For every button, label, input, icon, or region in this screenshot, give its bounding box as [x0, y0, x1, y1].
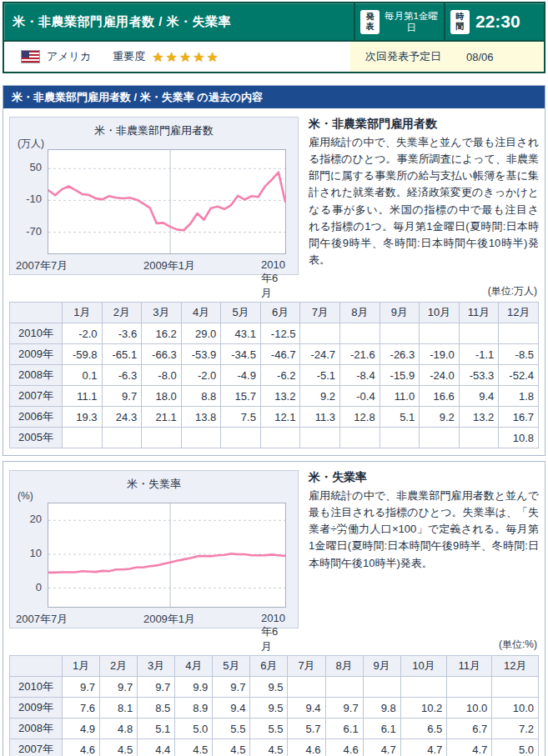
y-tick-label: 10: [30, 547, 42, 559]
year-cell: 2006年: [10, 407, 63, 428]
month-column-header: 12月: [499, 303, 539, 323]
payrolls-section: 米・非農業部門雇用者数 / 米・失業率 の過去の内容 米・非農業部門雇用者数 (…: [3, 85, 545, 456]
description-title: 米・失業率: [309, 470, 539, 485]
value-cell: 6.7: [447, 718, 492, 739]
month-column-header: 3月: [142, 303, 182, 323]
payrolls-description: 米・非農業部門雇用者数 雇用統計の中で、失業率と並んで最も注目される指標のひとつ…: [309, 117, 539, 268]
value-cell: -24.0: [420, 365, 460, 386]
month-column-header: 4月: [175, 656, 213, 677]
value-cell: 4.6: [63, 739, 100, 756]
value-cell: 9.7: [102, 386, 142, 407]
month-column-header: 12月: [492, 656, 539, 677]
value-cell: 8.5: [138, 698, 175, 718]
value-cell: 9.2: [300, 386, 340, 407]
value-cell: [492, 677, 539, 698]
y-tick-label: 0: [36, 581, 42, 593]
importance-stars: ★★★★★: [152, 49, 220, 65]
year-cell: 2007年: [10, 739, 63, 756]
value-cell: 5.0: [492, 739, 539, 756]
value-cell: -46.7: [260, 344, 300, 365]
value-cell: [400, 677, 447, 698]
month-column-header: 2月: [102, 303, 142, 323]
value-cell: [340, 428, 380, 448]
value-cell: -26.3: [380, 344, 420, 365]
month-column-header: 6月: [260, 303, 300, 323]
table-row: 2009年-59.8-65.1-66.3-53.9-34.5-46.7-24.7…: [10, 344, 539, 365]
value-cell: 43.1: [221, 323, 261, 344]
value-cell: [459, 323, 499, 344]
value-cell: 6.1: [363, 718, 400, 739]
value-cell: 9.7: [325, 698, 363, 718]
value-cell: -19.0: [420, 344, 460, 365]
value-cell: 5.5: [250, 718, 288, 739]
table-row: 2006年19.324.321.113.87.512.111.312.85.19…: [10, 407, 539, 428]
value-cell: 11.3: [300, 407, 340, 428]
value-cell: 4.7: [447, 739, 492, 756]
value-cell: -8.0: [142, 365, 182, 386]
table-row: 2007年4.64.54.44.54.54.54.64.64.74.74.75.…: [10, 739, 539, 756]
value-cell: 5.0: [175, 718, 213, 739]
value-cell: [340, 323, 380, 344]
value-cell: 11.0: [380, 386, 420, 407]
value-cell: [499, 323, 539, 344]
year-cell: 2009年: [10, 698, 63, 718]
indicator-header-card: 米・非農業部門雇用者数 / 米・失業率 発表 毎月第1金曜日 時間 22:30 …: [3, 2, 545, 73]
month-column-header: 8月: [325, 656, 363, 677]
month-column-header: 1月: [63, 303, 103, 323]
table-header-row: 1月2月3月4月5月6月7月8月9月10月11月12月: [10, 656, 539, 677]
value-cell: -12.5: [260, 323, 300, 344]
value-cell: -53.9: [181, 344, 221, 365]
value-cell: 21.1: [142, 407, 182, 428]
value-cell: 8.8: [181, 386, 221, 407]
chart-title: 米・失業率: [10, 477, 298, 492]
value-cell: 9.2: [420, 407, 460, 428]
value-cell: 5.1: [138, 718, 175, 739]
value-cell: [420, 428, 460, 448]
release-time: 22:30: [475, 12, 520, 32]
value-cell: 5.7: [288, 718, 325, 739]
value-cell: 4.6: [325, 739, 363, 756]
release-schedule: 毎月第1金曜日: [384, 10, 439, 34]
value-cell: 10.0: [447, 698, 492, 718]
value-cell: 4.6: [288, 739, 325, 756]
value-cell: [63, 428, 103, 448]
value-cell: [325, 677, 363, 698]
value-cell: 4.5: [100, 739, 138, 756]
next-release-section: 次回発表予定日 08/06: [350, 42, 544, 72]
value-cell: 4.5: [175, 739, 213, 756]
value-cell: 9.9: [175, 677, 213, 698]
value-cell: [447, 677, 492, 698]
value-cell: 5.1: [380, 407, 420, 428]
value-cell: 4.5: [250, 739, 288, 756]
chart-y-unit-label: (%): [18, 490, 33, 502]
value-cell: 12.1: [260, 407, 300, 428]
year-cell: 2008年: [10, 718, 63, 739]
description-body: 雇用統計の中で、失業率と並んで最も注目される指標のひとつ。事業所調査によって、非…: [309, 134, 539, 268]
month-column-header: 7月: [300, 303, 340, 323]
month-column-header: 2月: [100, 656, 138, 677]
section-title-bar: 米・非農業部門雇用者数 / 米・失業率 の過去の内容: [3, 86, 545, 108]
unemployment-history-table: 1月2月3月4月5月6月7月8月9月10月11月12月2010年9.79.79.…: [9, 655, 539, 756]
x-tick-label: 2007年7月: [16, 612, 68, 627]
value-cell: [142, 428, 182, 448]
y-tick-label: 50: [30, 161, 42, 173]
x-tick-label: 2010年6月: [261, 258, 285, 301]
value-cell: -2.0: [181, 365, 221, 386]
value-cell: 9.8: [363, 698, 400, 718]
page-title: 米・非農業部門雇用者数 / 米・失業率: [4, 3, 354, 40]
value-cell: -21.6: [340, 344, 380, 365]
time-badge: 時間: [450, 10, 470, 34]
value-cell: 13.2: [260, 386, 300, 407]
value-cell: 9.5: [250, 698, 288, 718]
value-cell: 4.9: [63, 718, 100, 739]
value-cell: 4.8: [100, 718, 138, 739]
plot-area: 50-10-70: [48, 149, 286, 254]
value-cell: -8.4: [340, 365, 380, 386]
year-cell: 2009年: [10, 344, 63, 365]
month-column-header: 5月: [221, 303, 261, 323]
table-row: 2005年10.8: [10, 428, 539, 448]
value-cell: 9.4: [288, 698, 325, 718]
value-cell: [260, 428, 300, 448]
month-column-header: 9月: [363, 656, 400, 677]
value-cell: 6.5: [400, 718, 447, 739]
